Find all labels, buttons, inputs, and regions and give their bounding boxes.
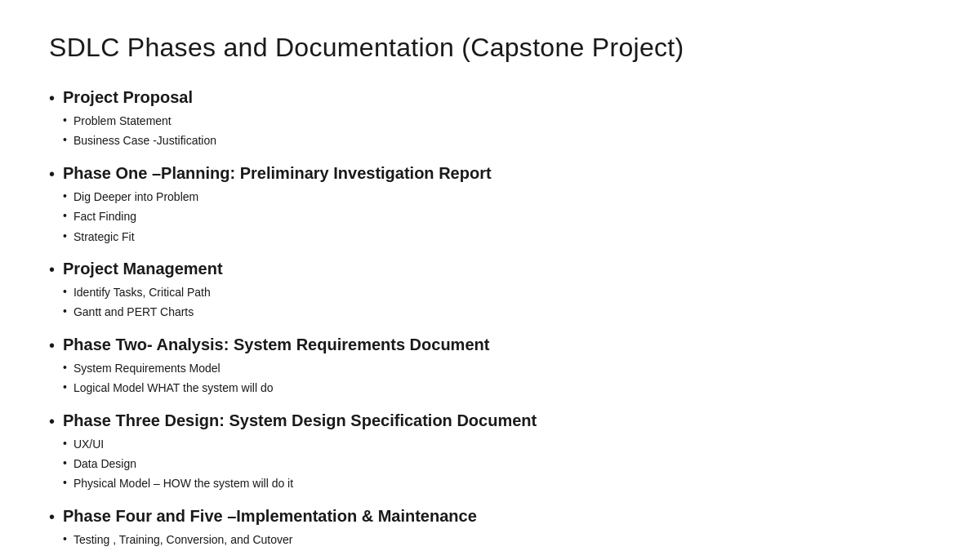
sub-label-5-0: Testing , Training, Conversion, and Cuto… — [74, 531, 292, 549]
sub-list-5: •Testing , Training, Conversion, and Cut… — [63, 531, 931, 551]
sub-item-3-1: •Logical Model WHAT the system will do — [63, 379, 931, 397]
sub-list-0: •Problem Statement•Business Case -Justif… — [63, 112, 931, 150]
sub-bullet-icon-2-1: • — [63, 304, 67, 318]
sub-label-1-2: Strategic Fit — [74, 228, 135, 246]
outline-item-0: •Project Proposal•Problem Statement•Busi… — [49, 86, 931, 152]
sub-label-1-1: Fact Finding — [74, 207, 136, 225]
page-title: SDLC Phases and Documentation (Capstone … — [49, 33, 931, 63]
bullet-icon-2: • — [49, 258, 55, 281]
outline-item-3: •Phase Two- Analysis: System Requirement… — [49, 333, 931, 399]
outline-item-5: •Phase Four and Five –Implementation & M… — [49, 504, 931, 551]
sub-item-3-0: •System Requirements Model — [63, 359, 931, 377]
sub-bullet-icon-0-0: • — [63, 113, 67, 127]
sub-item-2-0: •Identify Tasks, Critical Path — [63, 283, 931, 301]
bullet-icon-1: • — [49, 162, 55, 185]
sub-item-2-1: •Gantt and PERT Charts — [63, 303, 931, 321]
outline-item-2: •Project Management•Identify Tasks, Crit… — [49, 257, 931, 323]
sub-bullet-icon-1-1: • — [63, 209, 67, 222]
sub-item-4-0: •UX/UI — [63, 435, 931, 453]
sub-label-1-0: Dig Deeper into Problem — [74, 188, 198, 206]
sub-item-1-2: •Strategic Fit — [63, 228, 931, 246]
sub-bullet-icon-1-0: • — [63, 189, 67, 202]
sub-list-1: •Dig Deeper into Problem•Fact Finding•St… — [63, 188, 931, 246]
bullet-icon-0: • — [49, 87, 55, 109]
sub-bullet-icon-1-2: • — [63, 229, 67, 242]
sub-label-0-0: Problem Statement — [74, 112, 172, 130]
bullet-icon-5: • — [49, 505, 55, 528]
level1-label-4: Phase Three Design: System Design Specif… — [63, 411, 537, 429]
sub-item-0-1: •Business Case -Justification — [63, 131, 931, 149]
sub-label-0-1: Business Case -Justification — [74, 131, 216, 149]
sub-item-5-0: •Testing , Training, Conversion, and Cut… — [63, 531, 931, 549]
sub-bullet-icon-0-1: • — [63, 133, 67, 146]
sub-bullet-icon-4-0: • — [63, 437, 67, 450]
outline-item-1: •Phase One –Planning: Preliminary Invest… — [49, 162, 931, 247]
main-outline: •Project Proposal•Problem Statement•Busi… — [49, 86, 931, 551]
sub-label-2-0: Identify Tasks, Critical Path — [74, 283, 211, 301]
level1-label-1: Phase One –Planning: Preliminary Investi… — [63, 164, 492, 182]
sub-label-3-0: System Requirements Model — [74, 359, 220, 377]
sub-list-2: •Identify Tasks, Critical Path•Gantt and… — [63, 283, 931, 322]
bullet-icon-4: • — [49, 410, 55, 433]
sub-label-3-1: Logical Model WHAT the system will do — [74, 379, 274, 397]
sub-label-4-0: UX/UI — [74, 435, 104, 453]
sub-label-4-2: Physical Model – HOW the system will do … — [74, 474, 293, 492]
sub-bullet-icon-2-0: • — [63, 285, 67, 298]
sub-item-4-1: •Data Design — [63, 455, 931, 473]
outline-item-4: •Phase Three Design: System Design Speci… — [49, 409, 931, 495]
level1-label-5: Phase Four and Five –Implementation & Ma… — [63, 507, 477, 525]
sub-bullet-icon-3-0: • — [63, 361, 67, 374]
sub-label-2-1: Gantt and PERT Charts — [74, 303, 194, 321]
level1-label-2: Project Management — [63, 260, 223, 278]
sub-list-3: •System Requirements Model•Logical Model… — [63, 359, 931, 398]
level1-label-3: Phase Two- Analysis: System Requirements… — [63, 335, 489, 353]
bullet-icon-3: • — [49, 334, 55, 357]
sub-list-4: •UX/UI•Data Design•Physical Model – HOW … — [63, 435, 931, 493]
sub-bullet-icon-5-0: • — [63, 532, 67, 545]
sub-bullet-icon-3-1: • — [63, 380, 67, 393]
sub-item-4-2: •Physical Model – HOW the system will do… — [63, 474, 931, 492]
sub-bullet-icon-4-2: • — [63, 476, 67, 489]
sub-label-4-1: Data Design — [74, 455, 136, 473]
level1-label-0: Project Proposal — [63, 88, 193, 106]
sub-bullet-icon-4-1: • — [63, 456, 67, 469]
sub-item-0-0: •Problem Statement — [63, 112, 931, 130]
sub-item-1-0: •Dig Deeper into Problem — [63, 188, 931, 206]
sub-item-1-1: •Fact Finding — [63, 207, 931, 225]
